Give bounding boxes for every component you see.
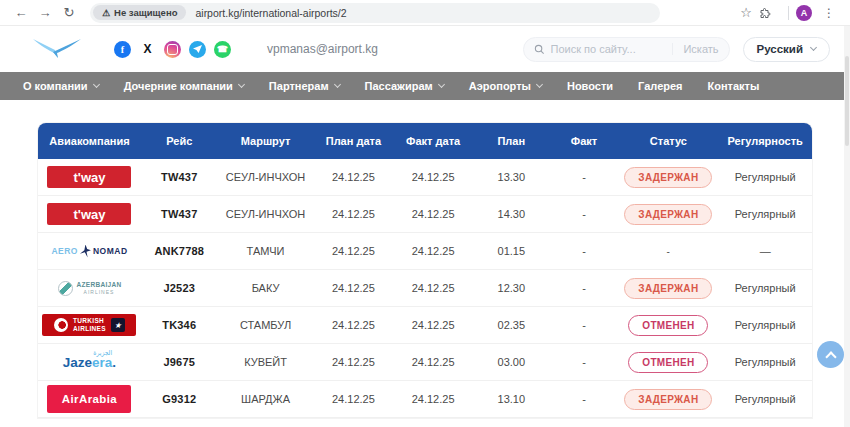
route: СТАМБУЛ	[218, 319, 314, 331]
x-icon[interactable]: X	[139, 41, 156, 58]
scroll-to-top-button[interactable]	[817, 341, 844, 368]
airline-logo: AZERBAIJANAIRLINES	[58, 281, 122, 296]
airline-logo: AERONOMAD	[51, 245, 127, 258]
whatsapp-icon[interactable]: ☎	[214, 41, 231, 58]
flights-table-body: t'way TW437 СЕУЛ-ИНЧХОН 24.12.25 24.12.2…	[38, 159, 812, 418]
language-selector[interactable]: Русский	[743, 37, 830, 62]
fact-time: -	[550, 356, 619, 368]
route: ШАРДЖА	[218, 393, 314, 405]
security-badge[interactable]: ⚠ Не защищено	[93, 5, 186, 20]
search-submit-button[interactable]: Искать	[672, 43, 718, 55]
fact-date: 24.12.25	[393, 319, 473, 331]
language-label: Русский	[757, 43, 803, 55]
flight-number: G9312	[141, 393, 218, 405]
plan-date: 24.12.25	[314, 208, 394, 220]
status-badge: ЗАДЕРЖАН	[624, 278, 712, 299]
col-regularity: Регулярность	[718, 135, 812, 147]
flights-table-header: Авиакомпания Рейс Маршрут План дата Факт…	[38, 123, 812, 159]
table-row: t'way TW437 СЕУЛ-ИНЧХОН 24.12.25 24.12.2…	[38, 159, 812, 196]
main-navigation: О компании Дочерние компании Партнерам П…	[0, 72, 850, 100]
url-text: airport.kg/international-airports/2	[195, 7, 346, 19]
col-plan-date: План дата	[314, 135, 394, 147]
extensions-icon[interactable]	[759, 7, 781, 19]
plan-date: 24.12.25	[314, 282, 394, 294]
status-badge: ЗАДЕРЖАН	[624, 204, 712, 225]
contact-email[interactable]: vpmanas@airport.kg	[267, 42, 378, 56]
col-fact-time: Факт	[550, 135, 619, 147]
nav-item-airports[interactable]: Аэропорты	[469, 80, 542, 92]
instagram-icon[interactable]	[164, 41, 181, 58]
table-row: AERONOMAD ANK7788 ТАМЧИ 24.12.25 24.12.2…	[38, 233, 812, 270]
regularity: Регулярный	[718, 208, 812, 220]
site-search: Искать	[523, 37, 730, 62]
regularity: Регулярный	[718, 319, 812, 331]
nav-item-company[interactable]: О компании	[23, 80, 99, 92]
chevron-up-icon	[825, 351, 836, 362]
fact-date: 24.12.25	[393, 393, 473, 405]
status-badge: ОТМЕНЕН	[628, 352, 708, 373]
airport-logo[interactable]	[32, 38, 82, 60]
flight-number: TW437	[141, 208, 218, 220]
route: СЕУЛ-ИНЧХОН	[218, 171, 314, 183]
social-links: f X ☎	[114, 41, 231, 58]
nav-item-contacts[interactable]: Контакты	[708, 80, 760, 92]
fact-date: 24.12.25	[393, 356, 473, 368]
plan-date: 24.12.25	[314, 319, 394, 331]
flight-number: ANK7788	[141, 245, 218, 257]
status-badge: -	[667, 246, 671, 257]
airline-logo: TURKISHAIRLINES	[42, 314, 136, 336]
back-icon[interactable]: ←	[10, 6, 32, 19]
plan-time: 01.15	[473, 245, 550, 257]
plan-time: 13.10	[473, 393, 550, 405]
search-input[interactable]	[551, 43, 667, 55]
plan-time: 13.30	[473, 171, 550, 183]
col-plan-time: План	[473, 135, 550, 147]
facebook-icon[interactable]: f	[114, 41, 131, 58]
flight-number: J2523	[141, 282, 218, 294]
nav-item-partners[interactable]: Партнерам	[269, 80, 340, 92]
plan-time: 02.35	[473, 319, 550, 331]
plan-date: 24.12.25	[314, 171, 394, 183]
plan-date: 24.12.25	[314, 245, 394, 257]
col-fact-date: Факт дата	[393, 135, 473, 147]
plan-date: 24.12.25	[314, 393, 394, 405]
browser-menu-icon[interactable]: ⋮	[818, 7, 840, 19]
status-badge: ОТМЕНЕН	[628, 315, 708, 336]
flight-number: TW437	[141, 171, 218, 183]
status-badge: ЗАДЕРЖАН	[624, 167, 712, 188]
profile-avatar[interactable]: A	[796, 5, 812, 21]
fact-date: 24.12.25	[393, 208, 473, 220]
plan-date: 24.12.25	[314, 356, 394, 368]
nav-item-gallery[interactable]: Галерея	[638, 80, 682, 92]
forward-icon[interactable]: →	[34, 6, 56, 19]
telegram-icon[interactable]	[189, 41, 206, 58]
page-scrollbar[interactable]	[844, 26, 850, 427]
chevron-down-icon	[438, 81, 445, 88]
fact-date: 24.12.25	[393, 171, 473, 183]
fact-time: -	[550, 245, 619, 257]
nav-item-passengers[interactable]: Пассажирам	[365, 80, 444, 92]
chevron-down-icon	[810, 44, 817, 51]
col-status: Статус	[618, 135, 718, 147]
regularity: —	[718, 245, 812, 257]
table-row: TURKISHAIRLINES TK346 СТАМБУЛ 24.12.25 2…	[38, 307, 812, 344]
status-badge: ЗАДЕРЖАН	[624, 389, 712, 410]
col-flight: Рейс	[141, 135, 218, 147]
site-header: f X ☎ vpmanas@airport.kg Искать Русский	[0, 26, 850, 72]
route: КУВЕЙТ	[218, 356, 314, 368]
col-airline: Авиакомпания	[38, 135, 141, 147]
flight-number: TK346	[141, 319, 218, 331]
nav-item-news[interactable]: Новости	[567, 80, 613, 92]
fact-time: -	[550, 208, 619, 220]
address-bar[interactable]: ⚠ Не защищено airport.kg/international-a…	[90, 3, 660, 23]
scrollbar-thumb[interactable]	[845, 56, 849, 146]
chevron-down-icon	[93, 81, 100, 88]
chevron-down-icon	[536, 81, 543, 88]
route: БАКУ	[218, 282, 314, 294]
route: СЕУЛ-ИНЧХОН	[218, 208, 314, 220]
fact-time: -	[550, 282, 619, 294]
reload-icon[interactable]: ↻	[58, 6, 80, 19]
nav-item-subsidiaries[interactable]: Дочерние компании	[124, 80, 244, 92]
bookmark-star-icon[interactable]: ☆	[735, 6, 757, 19]
table-row: AirArabia G9312 ШАРДЖА 24.12.25 24.12.25…	[38, 381, 812, 418]
